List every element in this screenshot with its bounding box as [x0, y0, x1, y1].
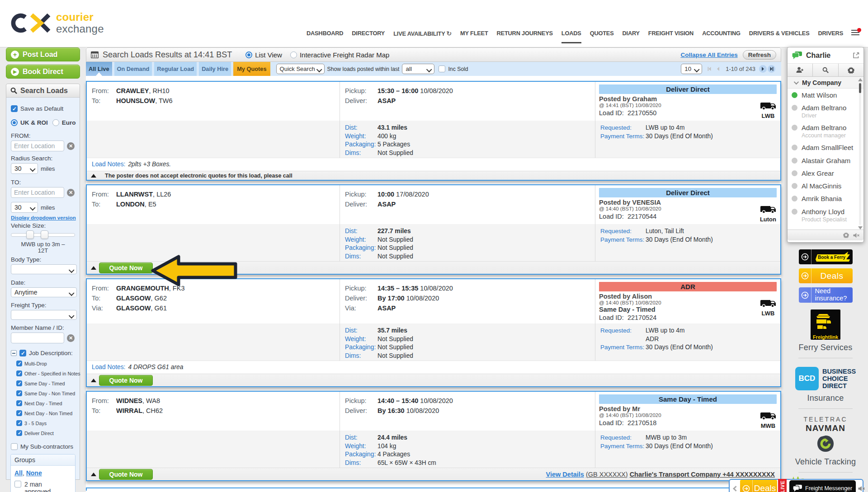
book-ferry-button[interactable]: Book a Ferry	[799, 249, 853, 264]
collapse-card-icon[interactable]	[91, 174, 96, 178]
page-size-select[interactable]: 10	[681, 64, 702, 74]
date-select[interactable]: Anytime	[11, 287, 77, 297]
job-desc-item-checkbox[interactable]	[16, 390, 22, 396]
euro-radio[interactable]	[52, 119, 59, 126]
next-page-icon[interactable]	[759, 65, 767, 73]
contact-row[interactable]: Al MacGinnis	[788, 180, 863, 192]
job-desc-item-checkbox[interactable]	[16, 400, 22, 406]
post-load-button[interactable]: + Post Load	[6, 47, 80, 61]
job-desc-item-checkbox[interactable]	[16, 361, 22, 366]
live-tab[interactable]: LIVE	[778, 479, 787, 492]
collapse-all-link[interactable]: Collapse All Entries	[680, 52, 737, 58]
contact-row[interactable]: Adam Beltrano Account manager	[788, 122, 863, 141]
search-contacts-button[interactable]	[813, 64, 838, 76]
posted-within-select[interactable]: all	[402, 64, 434, 74]
mute-icon[interactable]	[853, 233, 860, 238]
to-location-input[interactable]	[11, 187, 64, 198]
freight-type-select[interactable]	[11, 310, 77, 320]
nav-item[interactable]: QUOTES↻	[590, 30, 614, 43]
display-dropdown-link[interactable]: Display dropdown version	[11, 215, 76, 220]
slider-handle-min[interactable]	[26, 230, 34, 239]
group-item-checkbox[interactable]	[14, 481, 21, 487]
contact-row[interactable]: Adam SmallFleet	[788, 141, 863, 154]
job-desc-item-checkbox[interactable]	[16, 420, 22, 426]
nav-item[interactable]: DRIVERS↻	[818, 30, 844, 43]
job-desc-item-checkbox[interactable]	[16, 380, 22, 386]
from-location-input[interactable]	[11, 141, 64, 151]
load-tab[interactable]: Daily Hire	[199, 62, 231, 76]
contact-row[interactable]: Amrik Bhania	[788, 192, 863, 205]
list-view-radio[interactable]	[245, 52, 252, 58]
freight-messenger-button[interactable]: Freight Messenger	[789, 480, 856, 492]
scroll-down-icon[interactable]	[858, 226, 863, 230]
nav-item[interactable]: RETURN JOURNEYS↻	[497, 30, 553, 43]
first-page-icon[interactable]	[706, 65, 713, 73]
load-tab[interactable]: On Demand	[114, 62, 152, 76]
scroll-up-icon[interactable]	[858, 78, 863, 81]
collapse-left-icon[interactable]	[733, 486, 739, 492]
freightlink-ad[interactable]: Freightlink Ferry Services	[787, 309, 864, 358]
job-desc-item-checkbox[interactable]	[16, 430, 22, 436]
inc-sold-checkbox[interactable]	[439, 66, 445, 72]
collapse-tree-icon[interactable]	[11, 350, 17, 356]
nav-item[interactable]: DASHBOARD↻	[307, 30, 343, 43]
contact-row[interactable]: Adam Beltrano Driver	[788, 101, 863, 121]
menu-hamburger-icon[interactable]	[851, 30, 859, 36]
map-view-radio[interactable]	[290, 52, 297, 58]
gear-icon[interactable]	[843, 232, 849, 238]
nav-item[interactable]: LIVE AVAILABILITY↻	[393, 30, 452, 43]
prev-page-icon[interactable]	[714, 65, 722, 73]
view-details-link[interactable]: View Details	[546, 471, 584, 478]
teletrac-ad[interactable]: TELETRAC NAVMAN Vehicle Tracking	[787, 416, 864, 473]
open-external-icon[interactable]	[853, 52, 859, 59]
refresh-button[interactable]: Refresh	[743, 50, 776, 60]
contact-row[interactable]: Matt Wilson	[788, 89, 863, 101]
collapse-card-icon[interactable]	[91, 266, 96, 270]
contact-row[interactable]: Alastair Graham	[788, 154, 863, 167]
nav-item[interactable]: MY FLEET↻	[460, 30, 488, 43]
quick-search-select[interactable]: Quick Search	[276, 64, 325, 74]
nav-item[interactable]: DIARY↻	[622, 30, 639, 43]
collapse-card-icon[interactable]	[91, 379, 96, 382]
add-contact-button[interactable]	[788, 64, 813, 76]
nav-item[interactable]: LOADS↻	[561, 30, 581, 43]
job-desc-item-checkbox[interactable]	[16, 370, 22, 376]
company-name[interactable]: Charlie's Transport Company +44 XXXXXXXX…	[630, 471, 775, 478]
load-tab[interactable]: Regular Load	[154, 62, 197, 76]
courier-exchange-logo[interactable]: courier exchange	[10, 12, 104, 34]
deals-button[interactable]: Deals	[740, 480, 777, 492]
nav-item[interactable]: DIRECTORY↻	[352, 30, 385, 43]
radius-select[interactable]: 30	[11, 163, 38, 174]
scrollbar-thumb[interactable]	[859, 83, 861, 93]
mute-icon[interactable]	[858, 486, 865, 492]
bcd-ad[interactable]: BCD BUSINESSCHOICEDIRECT Insurance	[787, 367, 864, 409]
my-company-section[interactable]: My Company	[788, 77, 863, 89]
job-description-checkbox[interactable]	[19, 350, 26, 356]
contact-row[interactable]: Anthony Lloyd Product Specialist	[788, 205, 863, 225]
clear-from-icon[interactable]: ✕	[67, 142, 75, 150]
messenger-settings-button[interactable]	[839, 64, 863, 76]
contact-row[interactable]: Alex Grear	[788, 167, 863, 179]
clear-member-icon[interactable]: ✕	[67, 334, 75, 342]
nav-item[interactable]: FREIGHT VISION↻	[648, 30, 693, 43]
save-as-default-checkbox[interactable]	[11, 105, 18, 112]
slider-handle-max[interactable]	[41, 230, 48, 239]
my-quotes-tab[interactable]: My Quotes	[233, 62, 270, 76]
uk-roi-radio[interactable]	[11, 119, 18, 126]
body-type-select[interactable]	[11, 264, 77, 274]
groups-all-link[interactable]: All	[14, 469, 23, 477]
radius-select-2[interactable]: 30	[11, 202, 38, 213]
clear-to-icon[interactable]: ✕	[67, 189, 75, 197]
sub-contractors-checkbox[interactable]	[11, 443, 18, 450]
quote-now-button[interactable]: Quote Now	[99, 375, 153, 386]
nav-item[interactable]: ACCOUNTING↻	[702, 30, 741, 43]
member-input[interactable]	[11, 333, 64, 343]
collapse-card-icon[interactable]	[91, 473, 96, 476]
load-tab[interactable]: All Live	[86, 62, 112, 76]
book-direct-button[interactable]: ▶ Book Direct	[6, 65, 80, 79]
quote-now-button[interactable]: Quote Now	[99, 262, 153, 273]
quote-now-button[interactable]: Quote Now	[99, 469, 153, 480]
deals-button[interactable]: Deals	[799, 268, 853, 283]
nav-item[interactable]: DRIVERS & VEHICLES↻	[749, 30, 810, 43]
last-page-icon[interactable]	[768, 65, 775, 73]
